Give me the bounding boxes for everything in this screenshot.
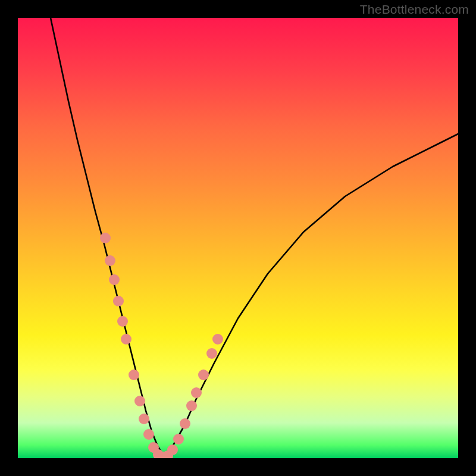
chart-frame: TheBottleneck.com [0,0,476,476]
data-point [173,434,184,444]
highlighted-points [100,233,223,458]
chart-svg [18,18,458,458]
data-point [180,418,190,429]
data-point [139,414,149,424]
data-point [206,348,217,359]
data-point [105,255,115,266]
plot-area [18,18,458,458]
data-point [143,429,154,440]
data-point [109,274,120,285]
data-point [186,400,197,411]
data-point [212,334,223,345]
bottleneck-curve [51,18,458,455]
data-point [134,396,145,406]
data-point [121,334,131,345]
data-point [113,296,124,306]
data-point [129,369,139,380]
data-point [191,387,202,398]
data-point [167,444,178,455]
watermark-text: TheBottleneck.com [360,2,469,17]
data-point [117,316,128,327]
data-point [100,233,111,243]
data-point [198,369,209,380]
